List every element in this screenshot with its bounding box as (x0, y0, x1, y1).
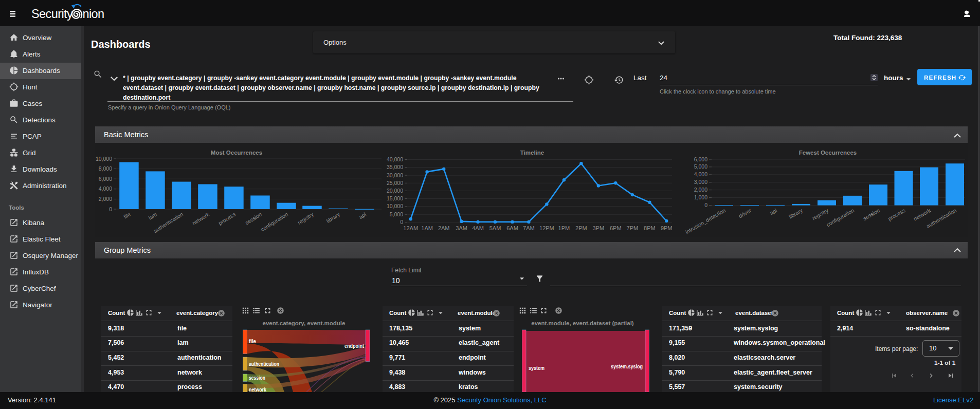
svg-text:4,000: 4,000 (99, 185, 112, 192)
svg-text:10,000: 10,000 (96, 156, 112, 162)
svg-text:authentication: authentication (249, 361, 279, 367)
svg-text:3,000: 3,000 (694, 179, 707, 185)
svg-text:session: session (244, 211, 263, 226)
svg-text:authentication: authentication (152, 211, 184, 234)
svg-text:api: api (769, 207, 778, 216)
svg-text:system: system (529, 365, 545, 371)
svg-text:4AM: 4AM (472, 225, 484, 231)
svg-text:file: file (249, 339, 256, 344)
svg-text:7AM: 7AM (523, 225, 535, 231)
svg-text:registry: registry (811, 207, 829, 221)
svg-text:api: api (358, 211, 367, 220)
svg-text:configuration: configuration (825, 207, 855, 228)
svg-text:1PM: 1PM (558, 225, 570, 231)
svg-text:12PM: 12PM (539, 225, 554, 231)
svg-text:15,000: 15,000 (387, 195, 403, 201)
svg-text:5AM: 5AM (489, 225, 501, 231)
svg-text:endpoint: endpoint (344, 343, 365, 349)
svg-text:25,000: 25,000 (387, 180, 403, 186)
svg-text:Most Occurrences: Most Occurrences (211, 150, 262, 156)
svg-text:40,000: 40,000 (387, 156, 403, 162)
svg-text:8PM: 8PM (644, 225, 656, 231)
svg-text:Timeline: Timeline (520, 150, 544, 156)
svg-text:9PM: 9PM (661, 225, 673, 231)
svg-text:session: session (249, 375, 265, 381)
svg-text:7PM: 7PM (627, 225, 639, 231)
svg-text:Fewest Occurrences: Fewest Occurrences (799, 150, 857, 156)
svg-text:driver: driver (737, 207, 752, 219)
svg-text:0: 0 (704, 202, 707, 208)
svg-text:6PM: 6PM (610, 225, 622, 231)
svg-text:process: process (887, 207, 906, 222)
svg-text:registry: registry (296, 211, 315, 226)
svg-text:6,000: 6,000 (694, 156, 707, 162)
svg-text:5,000: 5,000 (390, 211, 403, 217)
svg-text:6AM: 6AM (506, 225, 518, 231)
svg-text:35,000: 35,000 (387, 164, 403, 170)
svg-text:network: network (191, 211, 211, 226)
svg-text:4,000: 4,000 (694, 171, 707, 177)
svg-text:10,000: 10,000 (387, 203, 403, 209)
svg-text:file: file (122, 211, 132, 219)
svg-text:20,000: 20,000 (387, 188, 403, 194)
svg-text:5,000: 5,000 (694, 163, 707, 170)
svg-text:2,000: 2,000 (99, 196, 112, 202)
svg-text:1AM: 1AM (421, 225, 433, 231)
svg-text:iam: iam (147, 211, 158, 220)
svg-text:system.syslog: system.syslog (611, 363, 643, 369)
svg-text:intrusion_detection: intrusion_detection (684, 207, 727, 235)
svg-text:process: process (217, 211, 237, 227)
svg-text:network: network (912, 207, 932, 222)
svg-text:6,000: 6,000 (99, 176, 112, 182)
svg-text:2PM: 2PM (575, 225, 587, 231)
svg-text:2,000: 2,000 (694, 187, 707, 193)
svg-text:3PM: 3PM (592, 225, 604, 231)
svg-text:network: network (249, 387, 266, 392)
svg-text:1,000: 1,000 (694, 194, 707, 200)
svg-text:3AM: 3AM (456, 225, 467, 231)
svg-text:0: 0 (400, 219, 403, 225)
svg-text:session: session (862, 207, 881, 221)
svg-text:0: 0 (109, 206, 112, 212)
svg-text:12AM: 12AM (403, 225, 418, 231)
svg-text:30,000: 30,000 (387, 172, 403, 178)
svg-text:configuration: configuration (260, 211, 289, 232)
svg-text:2AM: 2AM (438, 225, 450, 231)
svg-text:library: library (788, 207, 804, 220)
svg-text:8,000: 8,000 (99, 165, 112, 172)
svg-text:library: library (325, 211, 341, 224)
